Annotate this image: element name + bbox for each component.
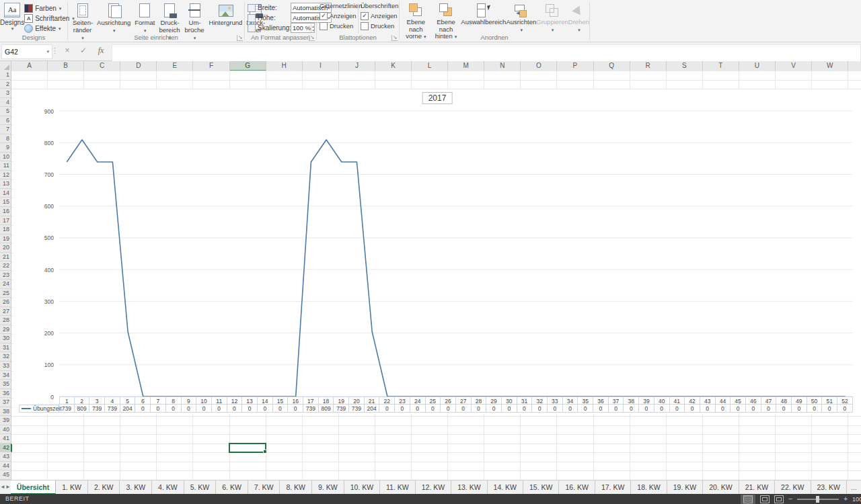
column-header-V[interactable]: V — [776, 61, 812, 71]
sheet-tab-12-kw[interactable]: 12. KW — [416, 480, 451, 495]
row-header-28[interactable]: 28 — [0, 316, 11, 325]
effects-button[interactable]: Effekte ▾ — [24, 24, 75, 34]
row-header-9[interactable]: 9 — [0, 143, 11, 153]
select-all-corner[interactable] — [0, 61, 11, 71]
zoom-in-icon[interactable]: + — [844, 495, 848, 503]
sheet-tab-20-kw[interactable]: 20. KW — [703, 480, 739, 495]
column-header-F[interactable]: F — [193, 61, 229, 71]
row-header-10[interactable]: 10 — [0, 153, 11, 162]
row-header-43[interactable]: 43 — [0, 452, 11, 462]
scale-spinner[interactable]: 100 % ▴▾ — [291, 23, 315, 33]
row-header-21[interactable]: 21 — [0, 253, 11, 262]
row-header-25[interactable]: 25 — [0, 289, 11, 298]
row-header-14[interactable]: 14 — [0, 189, 11, 198]
row-header-6[interactable]: 6 — [0, 116, 11, 126]
row-header-39[interactable]: 39 — [0, 416, 11, 425]
sheet-tab-17-kw[interactable]: 17. KW — [595, 480, 631, 495]
column-header-E[interactable]: E — [157, 61, 193, 71]
row-header-18[interactable]: 18 — [0, 225, 11, 235]
tab-overflow[interactable]: ... — [847, 480, 861, 495]
column-header-C[interactable]: C — [84, 61, 120, 71]
selected-cell[interactable] — [229, 443, 266, 454]
column-header-J[interactable]: J — [339, 61, 375, 71]
sheet-tab-10-kw[interactable]: 10. KW — [344, 480, 380, 495]
zoom-slider-thumb[interactable] — [816, 496, 819, 503]
column-header-G[interactable]: G — [230, 61, 266, 71]
row-header-41[interactable]: 41 — [0, 434, 11, 444]
row-header-32[interactable]: 32 — [0, 352, 11, 362]
sheet-tab-2-kw[interactable]: 2. KW — [88, 480, 120, 495]
sheet-nav-right-icon[interactable]: ► — [5, 480, 11, 495]
column-header-A[interactable]: A — [11, 61, 48, 71]
sheet-tab-21-kw[interactable]: 21. KW — [739, 480, 775, 495]
sheet-tab-4-kw[interactable]: 4. KW — [152, 480, 184, 495]
row-header-26[interactable]: 26 — [0, 298, 11, 307]
column-header-K[interactable]: K — [375, 61, 412, 71]
checkbox-icon[interactable] — [361, 22, 369, 30]
sheet-tab-19-kw[interactable]: 19. KW — [667, 480, 703, 495]
sheet-tab-23-kw[interactable]: 23. KW — [811, 480, 847, 495]
row-header-22[interactable]: 22 — [0, 261, 11, 271]
sheet-tab-6-kw[interactable]: 6. KW — [216, 480, 248, 495]
sheet-tab-15-kw[interactable]: 15. KW — [523, 480, 559, 495]
row-header-45[interactable]: 45 — [0, 470, 11, 480]
hintergrund-button[interactable]: Hintergrund — [207, 2, 245, 27]
sheet-tab-5-kw[interactable]: 5. KW — [184, 480, 217, 495]
column-header-D[interactable]: D — [120, 61, 157, 71]
name-box[interactable]: G42 ▾ — [1, 44, 52, 59]
row-header-40[interactable]: 40 — [0, 425, 11, 435]
fonts-button[interactable]: A Schriftarten ▾ — [24, 13, 75, 24]
row-header-17[interactable]: 17 — [0, 216, 11, 226]
row-header-31[interactable]: 31 — [0, 343, 11, 353]
row-header-23[interactable]: 23 — [0, 271, 11, 280]
sheet-tab-13-kw[interactable]: 13. KW — [451, 480, 487, 495]
column-header-R[interactable]: R — [630, 61, 667, 71]
column-header-H[interactable]: H — [266, 61, 303, 71]
sheet-tab-11-kw[interactable]: 11. KW — [380, 480, 416, 495]
sheet-tab-1-kw[interactable]: 1. KW — [56, 480, 88, 495]
row-header-16[interactable]: 16 — [0, 207, 11, 216]
colors-button[interactable]: Farben ▾ — [24, 3, 75, 13]
row-header-33[interactable]: 33 — [0, 362, 11, 371]
column-header-L[interactable]: L — [412, 61, 448, 71]
sheet-tab-16-kw[interactable]: 16. KW — [559, 480, 595, 495]
column-header-S[interactable]: S — [667, 61, 703, 71]
chart-title[interactable]: 2017 — [422, 92, 453, 104]
row-header-44[interactable]: 44 — [0, 462, 11, 471]
row-header-5[interactable]: 5 — [0, 107, 11, 116]
row-header-13[interactable]: 13 — [0, 179, 11, 189]
column-header-T[interactable]: T — [703, 61, 739, 71]
row-header-36[interactable]: 36 — [0, 389, 11, 398]
sheet-tab-9-kw[interactable]: 9. KW — [312, 480, 344, 495]
row-header-7[interactable]: 7 — [0, 125, 11, 134]
view-normal-button[interactable] — [741, 495, 755, 504]
format-button[interactable]: Format ▾ — [133, 2, 157, 34]
zoom-slider[interactable] — [797, 499, 839, 500]
sheet-tab-7-kw[interactable]: 7. KW — [248, 480, 280, 495]
checkbox-icon[interactable] — [320, 22, 328, 30]
zoom-out-icon[interactable]: − — [788, 495, 792, 503]
page-layout-view-icon[interactable] — [760, 495, 770, 503]
spinner-arrows-icon[interactable]: ▴▾ — [311, 24, 315, 32]
sheet-tab-22-kw[interactable]: 22. KW — [775, 480, 811, 495]
column-header-O[interactable]: O — [521, 61, 557, 71]
formula-input[interactable] — [112, 44, 861, 62]
series-line[interactable] — [67, 140, 845, 396]
row-header-29[interactable]: 29 — [0, 325, 11, 335]
page-break-view-icon[interactable] — [774, 495, 784, 503]
sheet-tab-3-kw[interactable]: 3. KW — [120, 480, 152, 495]
chart-object[interactable]: 2017 0100200300400500600700800900 123456… — [13, 89, 861, 414]
column-header-N[interactable]: N — [484, 61, 521, 71]
checkbox-icon[interactable]: ✓ — [320, 12, 328, 20]
row-header-12[interactable]: 12 — [0, 171, 11, 180]
row-header-37[interactable]: 37 — [0, 398, 11, 407]
sheet-nav-left-icon[interactable]: ◄ — [0, 480, 5, 495]
row-header-8[interactable]: 8 — [0, 134, 11, 144]
dialog-launcher-icon[interactable]: ↘ — [391, 35, 398, 41]
column-header-U[interactable]: U — [739, 61, 776, 71]
row-header-35[interactable]: 35 — [0, 380, 11, 389]
column-header-Q[interactable]: Q — [594, 61, 630, 71]
auswahlbereich-button[interactable]: Auswahlbereich — [461, 2, 506, 26]
column-header-B[interactable]: B — [48, 61, 84, 71]
row-header-1[interactable]: 1 — [0, 71, 11, 80]
